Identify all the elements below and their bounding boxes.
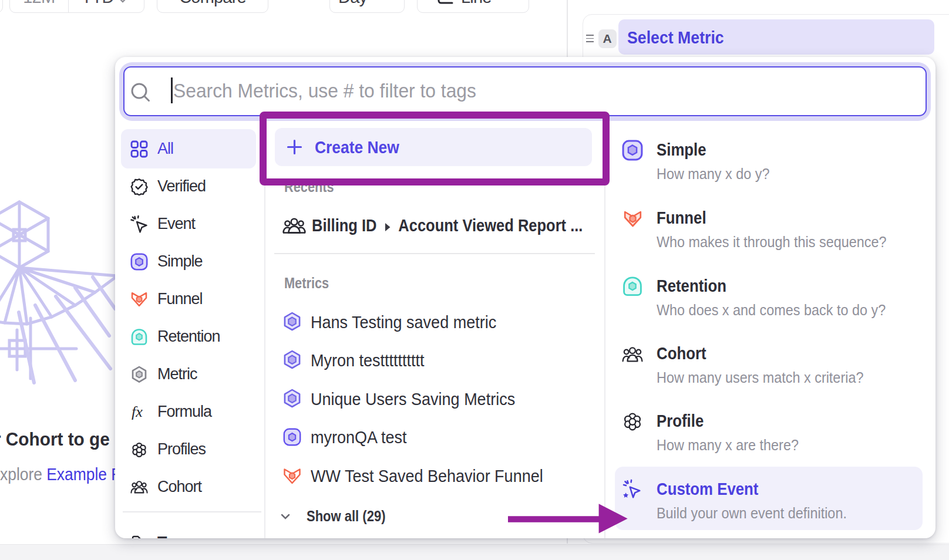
svg-text:fx: fx [132, 403, 143, 420]
